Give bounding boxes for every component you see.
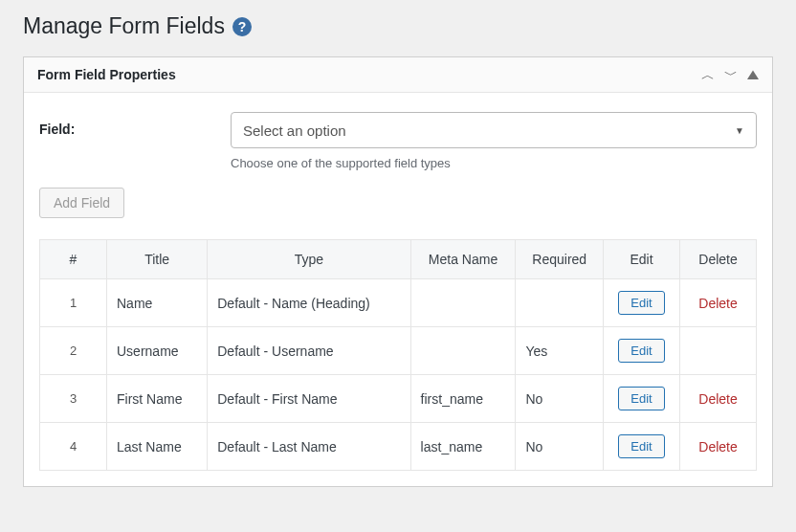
help-icon[interactable]: ?	[232, 17, 252, 36]
row-title: Username	[107, 327, 208, 375]
add-field-button[interactable]: Add Field	[39, 188, 124, 218]
row-meta-name: first_name	[410, 375, 516, 423]
edit-button[interactable]: Edit	[618, 387, 664, 410]
row-title: First Name	[107, 375, 208, 423]
row-meta-name	[410, 327, 516, 375]
table-row: 2UsernameDefault - UsernameYesEdit	[40, 327, 757, 375]
row-edit-cell: Edit	[604, 375, 680, 423]
row-index: 2	[40, 327, 107, 375]
row-delete-cell: Delete	[680, 375, 757, 423]
edit-button[interactable]: Edit	[618, 291, 664, 315]
panel-move-up-icon[interactable]: ︿	[701, 68, 715, 81]
col-required: Required	[516, 240, 604, 279]
row-index: 4	[40, 423, 107, 471]
row-meta-name: last_name	[410, 423, 516, 471]
row-edit-cell: Edit	[604, 279, 680, 327]
edit-button[interactable]: Edit	[618, 434, 664, 458]
row-required	[516, 279, 604, 327]
row-index: 1	[40, 279, 107, 327]
row-required: No	[516, 423, 604, 471]
col-edit: Edit	[604, 240, 680, 279]
field-type-select[interactable]: Select an option ▼	[231, 112, 757, 148]
col-index: #	[40, 240, 107, 279]
row-title: Name	[107, 279, 208, 327]
edit-button[interactable]: Edit	[618, 339, 664, 363]
field-type-description: Choose one of the supported field types	[231, 156, 757, 170]
delete-link[interactable]: Delete	[698, 439, 737, 454]
row-edit-cell: Edit	[604, 327, 680, 375]
field-label: Field:	[39, 112, 231, 137]
row-meta-name	[410, 279, 516, 327]
panel-title: Form Field Properties	[37, 67, 176, 82]
table-row: 1NameDefault - Name (Heading)EditDelete	[40, 279, 757, 327]
row-required: Yes	[516, 327, 604, 375]
page-title: Manage Form Fields	[23, 13, 225, 39]
col-type: Type	[208, 240, 410, 279]
svg-marker-0	[747, 70, 759, 79]
row-type: Default - Last Name	[208, 423, 410, 471]
row-type: Default - First Name	[208, 375, 410, 423]
table-row: 4Last NameDefault - Last Namelast_nameNo…	[40, 423, 757, 471]
row-edit-cell: Edit	[604, 423, 680, 471]
panel-move-down-icon[interactable]: ﹀	[724, 68, 738, 81]
delete-link[interactable]: Delete	[698, 391, 737, 407]
table-row: 3First NameDefault - First Namefirst_nam…	[40, 375, 757, 423]
row-index: 3	[40, 375, 107, 423]
row-required: No	[516, 375, 604, 423]
form-field-properties-panel: Form Field Properties ︿ ﹀ Field: Select …	[23, 56, 773, 487]
col-meta-name: Meta Name	[410, 240, 516, 279]
row-type: Default - Username	[208, 327, 410, 375]
col-delete: Delete	[680, 240, 757, 279]
fields-table: # Title Type Meta Name Required Edit Del…	[39, 239, 757, 471]
delete-link[interactable]: Delete	[698, 296, 737, 311]
row-delete-cell: Delete	[680, 423, 757, 471]
panel-collapse-icon[interactable]	[747, 68, 759, 81]
field-type-select-placeholder: Select an option	[243, 122, 346, 139]
row-delete-cell: Delete	[680, 279, 757, 327]
row-delete-cell	[680, 327, 757, 375]
row-type: Default - Name (Heading)	[208, 279, 410, 327]
panel-header: Form Field Properties ︿ ﹀	[24, 57, 772, 93]
caret-down-icon: ▼	[735, 125, 744, 136]
row-title: Last Name	[107, 423, 208, 471]
col-title: Title	[107, 240, 208, 279]
